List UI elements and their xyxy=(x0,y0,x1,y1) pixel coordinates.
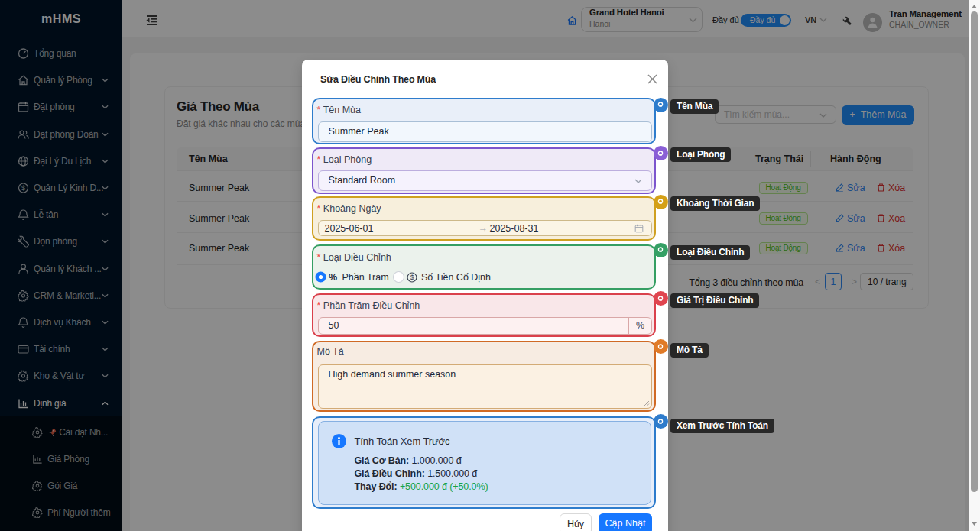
svg-text:$: $ xyxy=(410,274,414,281)
